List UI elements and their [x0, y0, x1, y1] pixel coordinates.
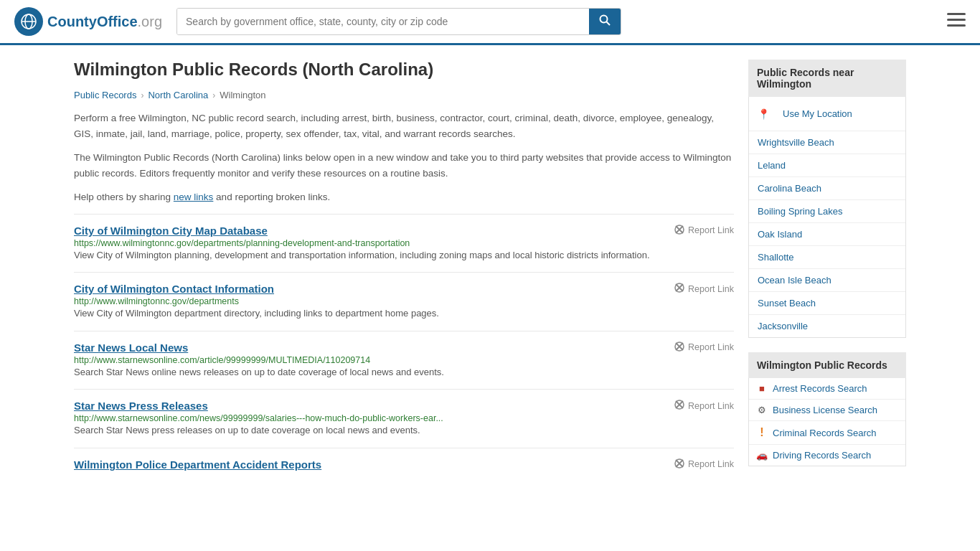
intro-text-1: Perform a free Wilmington, NC public rec… — [74, 110, 734, 141]
report-link-label: Report Link — [688, 459, 734, 469]
results-container: City of Wilmington City Map Database Rep… — [74, 214, 734, 481]
list-item: 🚗 Driving Records Search — [749, 445, 905, 466]
intro-text-2: The Wilmington Public Records (North Car… — [74, 150, 734, 181]
breadcrumb-public-records[interactable]: Public Records — [74, 90, 136, 100]
svg-rect-8 — [947, 24, 966, 27]
result-title[interactable]: City of Wilmington City Map Database — [74, 225, 268, 237]
search-input[interactable] — [177, 9, 589, 34]
nearby-jacksonville[interactable]: Jacksonville — [749, 315, 905, 337]
breadcrumb-north-carolina[interactable]: North Carolina — [148, 90, 208, 100]
report-link[interactable]: Report Link — [655, 342, 734, 354]
criminal-records-link[interactable]: Criminal Records Search — [773, 428, 877, 438]
new-links-link[interactable]: new links — [174, 192, 214, 202]
use-my-location-link[interactable]: Use My Location — [774, 103, 861, 125]
nearby-section: Public Records near Wilmington 📍 Use My … — [748, 60, 906, 338]
report-link[interactable]: Report Link — [655, 400, 734, 412]
arrest-records-link[interactable]: Arrest Records Search — [773, 383, 867, 394]
report-link-label: Report Link — [688, 401, 734, 411]
records-title: Wilmington Public Records — [748, 352, 906, 378]
use-my-location-item[interactable]: 📍 Use My Location — [749, 97, 905, 131]
nearby-boiling-spring-lakes[interactable]: Boiling Spring Lakes — [749, 200, 905, 222]
nearby-wrightsville-beach[interactable]: Wrightsville Beach — [749, 131, 905, 154]
nearby-oak-island[interactable]: Oak Island — [749, 223, 905, 245]
list-item: Shallotte — [749, 246, 905, 269]
list-item: ! Criminal Records Search — [749, 421, 905, 445]
breadcrumb: Public Records › North Carolina › Wilmin… — [74, 90, 734, 100]
result-title[interactable]: City of Wilmington Contact Information — [74, 283, 274, 295]
result-item-0: City of Wilmington City Map Database Rep… — [74, 214, 734, 273]
result-desc: Search Star News press releases on up to… — [74, 423, 734, 438]
nearby-title: Public Records near Wilmington — [748, 60, 906, 97]
report-link-icon — [674, 400, 684, 412]
report-link-label: Report Link — [688, 342, 734, 352]
nearby-ocean-isle-beach[interactable]: Ocean Isle Beach — [749, 269, 905, 291]
list-item: Boiling Spring Lakes — [749, 200, 905, 223]
intro-text-3: Help others by sharing new links and rep… — [74, 189, 734, 205]
main-container: Wilmington Public Records (North Carolin… — [60, 45, 920, 495]
nearby-carolina-beach[interactable]: Carolina Beach — [749, 177, 905, 199]
result-item-2: Star News Local News Report Link http://… — [74, 331, 734, 390]
result-item-1: City of Wilmington Contact Information R… — [74, 272, 734, 331]
search-bar[interactable] — [176, 8, 621, 35]
result-header: Star News Local News Report Link — [74, 342, 734, 354]
list-item: Oak Island — [749, 223, 905, 246]
svg-rect-7 — [947, 19, 966, 21]
search-button[interactable] — [589, 9, 621, 34]
nearby-sunset-beach[interactable]: Sunset Beach — [749, 292, 905, 314]
nearby-shallotte[interactable]: Shallotte — [749, 246, 905, 268]
result-url[interactable]: https://www.wilmingtonnc.gov/departments… — [74, 238, 410, 248]
sidebar: Public Records near Wilmington 📍 Use My … — [748, 60, 906, 481]
records-section: Wilmington Public Records ■ Arrest Recor… — [748, 352, 906, 466]
svg-point-4 — [600, 16, 608, 23]
list-item: Sunset Beach — [749, 292, 905, 315]
result-header: City of Wilmington City Map Database Rep… — [74, 225, 734, 237]
report-link[interactable]: Report Link — [655, 458, 734, 471]
report-link-label: Report Link — [688, 284, 734, 294]
report-link-label: Report Link — [688, 225, 734, 235]
list-item: Wrightsville Beach — [749, 131, 905, 154]
breadcrumb-sep-1: › — [141, 90, 143, 100]
site-header: CountyOffice.org — [0, 0, 980, 45]
breadcrumb-wilmington: Wilmington — [220, 90, 265, 100]
criminal-records-icon: ! — [756, 426, 768, 439]
location-pin-icon: 📍 — [758, 108, 770, 120]
result-desc: View City of Wilmington planning, develo… — [74, 248, 734, 263]
svg-line-5 — [607, 22, 611, 26]
driving-records-link[interactable]: Driving Records Search — [773, 450, 871, 461]
result-title[interactable]: Star News Press Releases — [74, 400, 208, 412]
result-item-4: Wilmington Police Department Accident Re… — [74, 448, 734, 481]
result-title[interactable]: Wilmington Police Department Accident Re… — [74, 458, 321, 471]
list-item: ⚙ Business License Search — [749, 400, 905, 421]
report-link[interactable]: Report Link — [655, 225, 734, 237]
list-item: Ocean Isle Beach — [749, 269, 905, 292]
result-item-3: Star News Press Releases Report Link htt… — [74, 389, 734, 448]
result-url[interactable]: http://www.starnewsonline.com/news/99999… — [74, 413, 443, 423]
page-title: Wilmington Public Records (North Carolin… — [74, 60, 734, 80]
list-item: Carolina Beach — [749, 177, 905, 200]
result-title[interactable]: Star News Local News — [74, 342, 188, 354]
result-header: Star News Press Releases Report Link — [74, 400, 734, 412]
report-link[interactable]: Report Link — [655, 283, 734, 295]
hamburger-menu-icon[interactable] — [947, 11, 966, 32]
records-list: ■ Arrest Records Search ⚙ Business Licen… — [748, 378, 906, 466]
result-desc: Search Star News online news releases on… — [74, 365, 734, 380]
driving-records-icon: 🚗 — [756, 450, 768, 461]
result-header: City of Wilmington Contact Information R… — [74, 283, 734, 295]
main-content: Wilmington Public Records (North Carolin… — [74, 60, 734, 481]
list-item: ■ Arrest Records Search — [749, 378, 905, 400]
nearby-list: 📍 Use My Location Wrightsville Beach Lel… — [748, 97, 906, 338]
result-url[interactable]: http://www.wilmingtonnc.gov/departments — [74, 296, 239, 306]
logo-icon — [14, 7, 43, 36]
breadcrumb-sep-2: › — [212, 90, 215, 100]
result-url[interactable]: http://www.starnewsonline.com/article/99… — [74, 355, 370, 365]
nearby-leland[interactable]: Leland — [749, 154, 905, 176]
list-item: Leland — [749, 154, 905, 177]
arrest-records-icon: ■ — [756, 383, 768, 394]
list-item: Jacksonville — [749, 315, 905, 337]
report-link-icon — [674, 225, 684, 237]
business-license-link[interactable]: Business License Search — [773, 405, 877, 415]
logo-area: CountyOffice.org — [14, 7, 162, 36]
result-desc: View City of Wilmington department direc… — [74, 306, 734, 321]
svg-rect-6 — [947, 13, 966, 15]
report-link-icon — [674, 342, 684, 354]
